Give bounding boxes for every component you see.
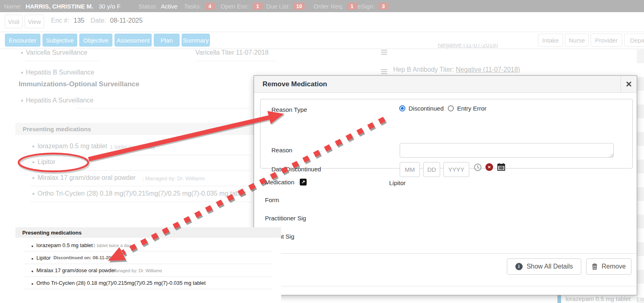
open-enc-group[interactable]: Open Enc: 1	[220, 0, 263, 12]
bullet	[32, 161, 34, 163]
status-label: Status:	[138, 3, 157, 10]
tab-subjective[interactable]: Subjective	[42, 34, 77, 47]
row-divider	[30, 186, 251, 186]
tab-provider[interactable]: Provider	[591, 34, 622, 47]
due-list-label: Due List:	[266, 3, 290, 10]
encounter-bar: Visit View Enc #: 135 Date: 08-11-2025	[0, 12, 644, 32]
reason-fieldset: Reason Type Discontinued Entry Error Rea…	[260, 99, 633, 169]
list-icon[interactable]	[381, 69, 387, 75]
row-divider	[30, 155, 251, 155]
background-med-row-note: 1 tablet t	[636, 296, 644, 302]
clear-date-icon[interactable]: ✕	[485, 163, 493, 171]
list-icon[interactable]	[381, 50, 387, 55]
hep-b-titer-row: Hep B Antibody Titer: Negative (11-07-20…	[393, 66, 520, 73]
patient-name: Name: HARRIS, CHRISTINE M. 30 y/o F	[4, 0, 121, 12]
surveillance-item-hep-a: Hepatitis A Surveillance	[26, 97, 93, 104]
reason-type-label: Reason Type	[271, 106, 307, 113]
inset-med-name: lorazepam 0.5 mg tablet	[36, 242, 93, 248]
radio-entry-error-label[interactable]: Entry Error	[457, 105, 487, 112]
view-tab[interactable]: View	[25, 15, 44, 28]
status-value: Active	[161, 3, 178, 10]
medication-value: Lipitor	[389, 179, 406, 186]
enc-number-value: 135	[74, 17, 85, 24]
date-dd-input[interactable]	[423, 162, 440, 177]
tabbar-divider	[0, 49, 644, 49]
bullet	[21, 52, 23, 54]
show-all-details-button[interactable]: i Show All Details	[507, 258, 581, 275]
tasks-badge[interactable]: 4	[205, 3, 215, 10]
calendar-icon[interactable]	[497, 163, 505, 171]
med-item-note: ; Managed by: Dr. Williams	[142, 175, 205, 181]
row-divider	[195, 61, 276, 61]
hep-b-titer-link[interactable]: Negative (11-07-2018)	[456, 66, 520, 73]
reason-input[interactable]	[400, 143, 614, 158]
section-heading-optional-surveillance: Immunizations-Optional Surveillance	[19, 80, 140, 88]
tab-summary[interactable]: Summary	[182, 34, 210, 47]
tab-plan[interactable]: Plan	[154, 34, 180, 47]
row-divider	[30, 170, 251, 171]
open-enc-badge[interactable]: 1	[253, 3, 263, 10]
visit-tab[interactable]: Visit	[5, 15, 23, 28]
selected-row-accent-bar	[557, 295, 561, 303]
esign-badge[interactable]: 3	[379, 3, 388, 10]
radio-dot	[401, 107, 404, 110]
tab-objective[interactable]: Objective	[79, 34, 112, 47]
enc-date-label: Date:	[91, 17, 106, 24]
row-divider	[76, 108, 251, 109]
bullet	[32, 258, 33, 260]
clipped-result-link[interactable]: Negative (11-07-2018)	[438, 44, 501, 49]
reason-label: Reason	[271, 147, 292, 154]
order-req-badge[interactable]: 1	[347, 3, 357, 10]
inset-header: Presenting medications	[15, 227, 281, 238]
radio-discontinued[interactable]	[399, 105, 405, 111]
status-group: Status: Active	[138, 0, 178, 12]
esign-label: eSign:	[358, 3, 375, 10]
background-med-row: lorazepam 0.5 mg tablet	[566, 295, 631, 302]
row-divider	[30, 202, 251, 202]
inset-med-note: 1 tablet twice a day	[93, 243, 131, 248]
background-table-stripes	[637, 49, 644, 303]
due-list-badge[interactable]: 10	[294, 3, 304, 10]
tab-department[interactable]: Depar	[624, 34, 644, 47]
tasks-group[interactable]: Tasks: 4	[184, 0, 215, 12]
due-list-group[interactable]: Due List: 10	[266, 0, 305, 12]
tab-nurse[interactable]: Nurse	[565, 34, 589, 47]
external-link-icon[interactable]: ↗	[300, 179, 307, 186]
modal-close-button[interactable]	[621, 76, 637, 92]
tasks-label: Tasks:	[184, 3, 201, 10]
screen: Name: HARRIS, CHRISTINE M. 30 y/o F Stat…	[0, 0, 644, 303]
inset-med-note: ; Managed by: Dr. Williams	[109, 268, 162, 273]
date-yyyy-input[interactable]	[443, 162, 469, 177]
clock-icon[interactable]	[474, 163, 482, 171]
name-label: Name:	[4, 3, 22, 10]
tab-intake[interactable]: Intake	[538, 34, 563, 47]
med-item-name: Miralax 17 gram/dose oral powder	[38, 174, 136, 181]
show-all-details-label: Show All Details	[527, 263, 573, 270]
order-req-group[interactable]: Order Req: 1	[314, 0, 357, 12]
presenting-medications-inset-panel: Presenting medications lorazepam 0.5 mg …	[15, 227, 281, 303]
practitioner-sig-label: Practitioner Sig	[265, 215, 306, 222]
modal-title: Remove Medication	[263, 80, 327, 88]
tab-encounter[interactable]: Encounter	[5, 34, 40, 47]
medication-label: Medication	[265, 179, 294, 186]
surveillance-item-hep-b: Hepatitis B Surveillance	[26, 69, 94, 76]
inset-med-name-lipitor: Lipitor	[36, 255, 51, 261]
remove-label: Remove	[602, 263, 626, 270]
esign-group[interactable]: eSign: 3	[358, 0, 388, 12]
row-divider	[25, 61, 99, 61]
inset-med-name: Ortho Tri-Cyclen (28) 0.18 mg(7)/0.215mg…	[36, 280, 205, 286]
surveillance-item-varicella: Varicella Surveillance	[26, 49, 87, 56]
tab-assessment[interactable]: Assessment	[114, 34, 152, 47]
remove-button[interactable]: Remove	[586, 258, 631, 275]
age-sex: 30 y/o F	[99, 3, 121, 10]
radio-entry-error[interactable]	[448, 105, 454, 111]
row-divider	[24, 276, 272, 277]
date-discontinued-label: Date Discontinued	[271, 166, 321, 173]
bullet	[21, 72, 23, 74]
presenting-medications-header-faded: Presenting medications	[15, 123, 261, 135]
date-mm-input[interactable]	[400, 162, 420, 177]
radio-discontinued-label[interactable]: Discontinued	[409, 105, 444, 112]
bullet	[32, 245, 33, 247]
form-label: Form	[265, 196, 279, 203]
trash-icon	[592, 263, 597, 270]
